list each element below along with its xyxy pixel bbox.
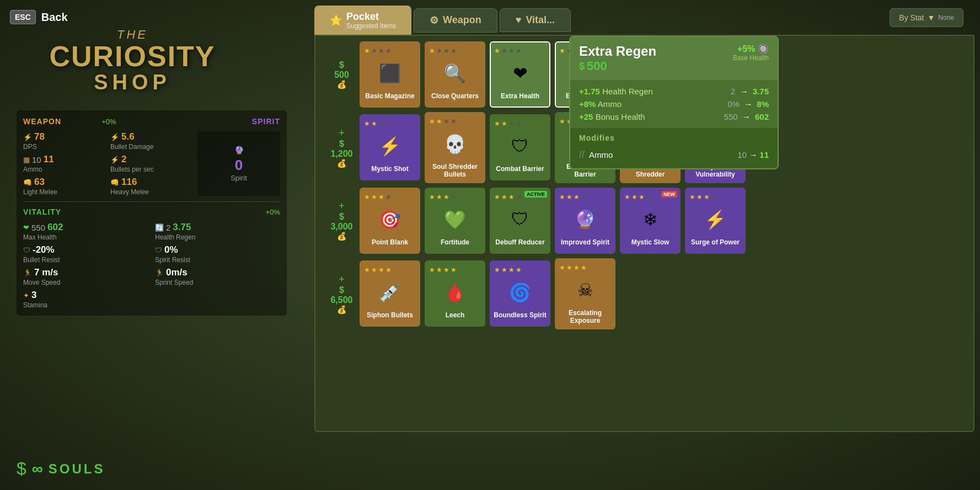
item-stars-leech: ★ ★ ★ ★ bbox=[428, 266, 457, 274]
bullet-damage-label: Bullet Damage bbox=[110, 143, 191, 151]
stats-panel: WEAPON +0% SPIRIT ⚡ 78 DPS ⚡ 5.6 Bullet … bbox=[17, 110, 287, 316]
back-label: Back bbox=[41, 11, 68, 24]
item-point-blank[interactable]: ★ ★ ★ ★ 🎯 Point Blank bbox=[360, 188, 420, 254]
stat-dps: ⚡ 78 DPS bbox=[23, 131, 104, 151]
price-amount-500: $ bbox=[339, 60, 344, 70]
item-name-improved-spirit: Improved Spirit bbox=[561, 238, 609, 246]
bullet-resist-label: Bullet Resist bbox=[23, 256, 148, 264]
price-amount-6500: $ bbox=[339, 285, 344, 295]
souls-bar: $ ∞ SOULS bbox=[17, 459, 105, 479]
price-amount-3000-val: 3,000 bbox=[330, 222, 352, 232]
price-icon-6500: 💰 bbox=[337, 305, 346, 314]
tooltip-popup: Extra Regen $ 500 +5% 🔘 Base Health bbox=[569, 36, 779, 169]
stat-sprint-speed: 🏃 0m/s Sprint Speed bbox=[155, 267, 280, 286]
item-fortitude[interactable]: ★ ★ ★ ★ 💚 Fortitude bbox=[425, 188, 485, 254]
item-stars-mystic-slow: ★ ★ ★ ★ bbox=[623, 193, 652, 201]
health-regen-label: Health Regen bbox=[155, 233, 280, 241]
item-escalating-exposure[interactable]: ★ ★ ★ ★ ☠ Escalating Exposure bbox=[555, 258, 615, 329]
item-name-basic-magazine: Basic Magazine bbox=[365, 92, 414, 100]
pocket-tab-label: Pocket bbox=[346, 11, 396, 23]
item-debuff-reducer[interactable]: ACTIVE ★ ★ ★ ★ 🛡 Debuff Reducer bbox=[490, 188, 550, 254]
tooltip-stat-ammo-label: +8% Ammo bbox=[579, 99, 622, 109]
item-extra-health[interactable]: ★ ★ ★ ★ ❤ Extra Health bbox=[490, 41, 550, 108]
shop-grid: $ 500 💰 ★ ★ ★ ★ ⬛ Basic Magazine ★ ★ ★ bbox=[314, 35, 974, 432]
item-close-quarters[interactable]: ★ ★ ★ ★ 🔍 Close Quarters bbox=[425, 41, 485, 108]
tooltip-stat-health-regen-value: 2 → 3.75 bbox=[731, 87, 769, 96]
shop-shop: SHOP bbox=[28, 71, 237, 94]
item-combat-barrier[interactable]: ★ ★ ★ ★ 🛡 Combat Barrier bbox=[490, 114, 550, 180]
tooltip-stats: +1.75 Health Regen 2 → 3.75 +8% Ammo 0% … bbox=[570, 80, 778, 128]
ammo-old: 10 bbox=[32, 155, 41, 164]
item-name-mystic-shot: Mystic Shot bbox=[371, 165, 408, 173]
esc-badge: ESC bbox=[10, 10, 36, 24]
tooltip-stat-bonus-health-label: +25 Bonus Health bbox=[579, 112, 645, 121]
item-stars-debuff-reducer: ★ ★ ★ ★ bbox=[493, 193, 522, 201]
dps-label: DPS bbox=[23, 143, 104, 151]
price-amount-1200: $ bbox=[339, 139, 344, 149]
price-icon-500: 💰 bbox=[337, 80, 346, 89]
item-icon-siphon: 💉 bbox=[373, 276, 406, 309]
price-plus-1200: + bbox=[339, 127, 345, 139]
souls-icon: $ bbox=[17, 459, 26, 479]
item-mystic-shot[interactable]: ★ ★ ★ ★ ⚡ Mystic Shot bbox=[360, 114, 420, 180]
item-leech[interactable]: ★ ★ ★ ★ 🩸 Leech bbox=[425, 260, 485, 327]
stat-heavy-melee: 👊 116 Heavy Melee bbox=[110, 177, 191, 196]
tooltip-stat-ammo: +8% Ammo 0% → 8% bbox=[579, 99, 769, 109]
item-soul-shredder[interactable]: ★ ★ ★ ★ 💀 Soul Shredder Bullets bbox=[425, 112, 485, 183]
stat-bullet-resist: 🛡 -20% Bullet Resist bbox=[23, 244, 148, 264]
item-surge-of-power[interactable]: ★ ★ ★ ★ ⚡ Surge of Power bbox=[685, 188, 746, 254]
souls-label: SOULS bbox=[49, 461, 105, 477]
sort-button[interactable]: By Stat ▼ None bbox=[890, 8, 963, 27]
shop-curiosity: CURIOSITY bbox=[28, 42, 237, 71]
weapon-stats-grid: ⚡ 78 DPS ⚡ 5.6 Bullet Damage ▦ 10 11 Amm… bbox=[23, 131, 191, 196]
item-siphon-bullets[interactable]: ★ ★ ★ ★ 💉 Siphon Bullets bbox=[360, 260, 420, 327]
item-icon-soul-shredder: 💀 bbox=[438, 127, 472, 161]
mystic-slow-badge: NEW bbox=[661, 191, 677, 198]
item-icon-extra-health: ❤ bbox=[504, 57, 537, 90]
health-regen-new: 3.75 bbox=[173, 222, 191, 233]
item-name-point-blank: Point Blank bbox=[372, 238, 408, 246]
weapon-tab-label: Weapon bbox=[443, 14, 481, 26]
price-amount-6500-val: 6,500 bbox=[330, 295, 352, 305]
price-amount-3000: $ bbox=[339, 212, 344, 222]
back-button[interactable]: ESC Back bbox=[10, 10, 68, 24]
item-icon-escalating: ☠ bbox=[569, 274, 602, 307]
item-stars-fortitude: ★ ★ ★ ★ bbox=[428, 193, 457, 201]
item-stars-extra-health: ★ ★ ★ ★ bbox=[493, 47, 522, 55]
price-label-500: $ 500 💰 bbox=[326, 60, 357, 89]
item-name-surge: Surge of Power bbox=[691, 238, 740, 246]
item-name-combat-barrier: Combat Barrier bbox=[496, 165, 544, 173]
stamina-value: 3 bbox=[31, 290, 36, 301]
sort-label: By Stat bbox=[899, 13, 924, 22]
item-icon-close-quarters: 🔍 bbox=[438, 57, 472, 90]
heavy-melee-value: 116 bbox=[121, 177, 137, 188]
max-health-new: 602 bbox=[47, 222, 63, 233]
item-basic-magazine[interactable]: ★ ★ ★ ★ ⬛ Basic Magazine bbox=[360, 41, 420, 108]
dps-value: 78 bbox=[34, 131, 45, 142]
tooltip-header: Extra Regen $ 500 +5% 🔘 Base Health bbox=[570, 37, 778, 80]
price-amount-1200-val: 1,200 bbox=[330, 149, 352, 159]
stat-ammo: ▦ 10 11 Ammo bbox=[23, 154, 104, 173]
spirit-panel: 🔮 0 Spirit bbox=[197, 131, 280, 196]
tooltip-modifies: Modifies // Ammo 10 → 11 bbox=[570, 128, 778, 168]
shop-title: THE CURIOSITY SHOP bbox=[28, 28, 237, 94]
spirit-resist-value: 0% bbox=[164, 244, 178, 255]
item-mystic-slow[interactable]: NEW ★ ★ ★ ★ ❄ Mystic Slow bbox=[620, 188, 681, 254]
tooltip-mod-ammo-value: 10 → 11 bbox=[737, 150, 769, 159]
item-name-fortitude: Fortitude bbox=[441, 238, 469, 246]
health-regen-old: 2 bbox=[166, 223, 170, 232]
main-area: ⭐ Pocket Suggested Items ⚙ Weapon ♥ Vita… bbox=[309, 0, 980, 490]
move-speed-value: 7 m/s bbox=[34, 267, 58, 278]
tab-pocket[interactable]: ⭐ Pocket Suggested Items bbox=[314, 6, 411, 35]
price-amount-500-val: 500 bbox=[334, 70, 349, 80]
bps-value: 2 bbox=[121, 154, 126, 165]
tooltip-stat-bonus-health-value: 550 → 602 bbox=[724, 112, 769, 121]
item-boundless-spirit[interactable]: ★ ★ ★ ★ 🌀 Boundless Spirit bbox=[490, 260, 550, 327]
light-melee-label: Light Melee bbox=[23, 188, 104, 196]
tab-vitality[interactable]: ♥ Vital... bbox=[500, 8, 571, 32]
tooltip-mod-ammo-name: Ammo bbox=[589, 150, 613, 159]
max-health-label: Max Health bbox=[23, 233, 148, 241]
tab-weapon[interactable]: ⚙ Weapon bbox=[414, 8, 497, 33]
item-icon-boundless: 🌀 bbox=[504, 276, 537, 309]
item-improved-spirit[interactable]: ★ ★ ★ ★ 🔮 Improved Spirit bbox=[555, 188, 615, 254]
